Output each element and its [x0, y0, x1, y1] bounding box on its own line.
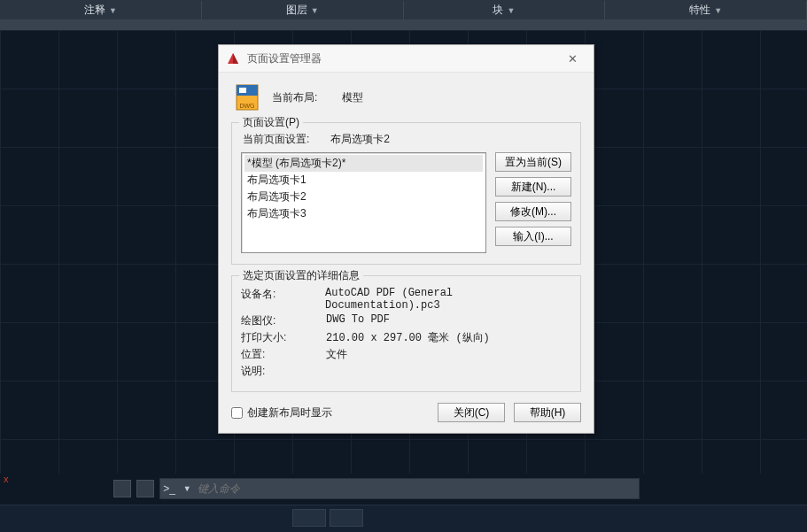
- list-item[interactable]: 布局选项卡1: [244, 172, 483, 189]
- where-label: 位置:: [241, 347, 326, 362]
- current-ps-value: 布局选项卡2: [330, 133, 390, 145]
- autocad-logo-icon: [226, 51, 240, 66]
- svg-marker-1: [233, 53, 238, 64]
- dialog-title: 页面设置管理器: [247, 51, 558, 66]
- svg-rect-4: [239, 88, 246, 93]
- current-layout-row: DWG 当前布局: 模型: [233, 83, 581, 112]
- status-slot-2[interactable]: [330, 509, 363, 527]
- details-legend: 选定页面设置的详细信息: [239, 268, 363, 283]
- help-button[interactable]: 帮助(H): [514, 403, 581, 422]
- list-item[interactable]: 布局选项卡2: [244, 189, 483, 205]
- dialog-close-button[interactable]: ✕: [558, 48, 586, 69]
- device-value: AutoCAD PDF (General Documentation).pc3: [325, 287, 571, 312]
- status-bar: [0, 505, 807, 532]
- command-zone: >_ ▼: [0, 476, 807, 501]
- import-button[interactable]: 输入(I)...: [495, 227, 571, 246]
- cmd-recent-icon[interactable]: [136, 480, 154, 497]
- dialog-titlebar[interactable]: 页面设置管理器 ✕: [219, 45, 594, 73]
- current-layout-label: 当前布局:: [272, 90, 317, 105]
- current-ps-label: 当前页面设置:: [243, 132, 328, 147]
- command-history-icon[interactable]: ▼: [178, 484, 196, 493]
- command-prompt-icon: >_: [160, 482, 178, 495]
- page-setup-group: 页面设置(P) 当前页面设置: 布局选项卡2 *模型 (布局选项卡2)* 布局选…: [231, 122, 581, 265]
- ribbon-tab-blocks[interactable]: 块▼: [404, 1, 606, 19]
- page-setup-manager-dialog: 页面设置管理器 ✕ DWG 当前布局: 模型: [218, 44, 594, 434]
- cmd-handle-icon[interactable]: [113, 480, 131, 497]
- set-current-button[interactable]: 置为当前(S): [495, 152, 571, 172]
- show-on-new-layout-label: 创建新布局时显示: [247, 405, 332, 420]
- size-label: 打印大小:: [241, 330, 326, 345]
- status-slot-1[interactable]: [292, 509, 326, 527]
- show-on-new-layout-checkbox[interactable]: 创建新布局时显示: [231, 405, 332, 420]
- command-input[interactable]: [196, 482, 639, 496]
- details-group: 选定页面设置的详细信息 设备名:AutoCAD PDF (General Doc…: [231, 275, 581, 392]
- list-item[interactable]: 布局选项卡3: [244, 205, 483, 222]
- desc-label: 说明:: [241, 364, 326, 379]
- device-label: 设备名:: [241, 287, 325, 312]
- command-line[interactable]: >_ ▼: [159, 478, 640, 499]
- new-button[interactable]: 新建(N)...: [495, 177, 571, 197]
- show-on-new-layout-input[interactable]: [231, 407, 243, 419]
- ribbon-tab-props[interactable]: 特性▼: [605, 1, 807, 19]
- page-setup-listbox[interactable]: *模型 (布局选项卡2)* 布局选项卡1 布局选项卡2 布局选项卡3: [241, 152, 486, 253]
- svg-text:DWG: DWG: [239, 103, 254, 109]
- current-layout-value: 模型: [342, 90, 363, 105]
- plotter-label: 绘图仪:: [241, 313, 326, 328]
- dwg-file-icon: DWG: [233, 83, 261, 112]
- size-value: 210.00 x 297.00 毫米 (纵向): [326, 330, 490, 345]
- plotter-value: DWG To PDF: [326, 313, 390, 328]
- ribbon-tab-layers[interactable]: 图层▼: [202, 1, 404, 19]
- ribbon-tab-annotate[interactable]: 注释▼: [0, 1, 202, 19]
- modify-button[interactable]: 修改(M)...: [495, 202, 571, 221]
- ribbon-tabs: 注释▼ 图层▼ 块▼ 特性▼: [0, 0, 807, 19]
- where-value: 文件: [326, 347, 347, 362]
- dialog-footer: 创建新布局时显示 关闭(C) 帮助(H): [231, 403, 581, 422]
- autocad-app: 注释▼ 图层▼ 块▼ 特性▼ x >_ ▼ 页面设置管理器 ✕: [0, 0, 807, 532]
- page-setup-legend: 页面设置(P): [239, 115, 303, 130]
- list-item[interactable]: *模型 (布局选项卡2)*: [244, 155, 483, 172]
- close-button[interactable]: 关闭(C): [438, 403, 505, 422]
